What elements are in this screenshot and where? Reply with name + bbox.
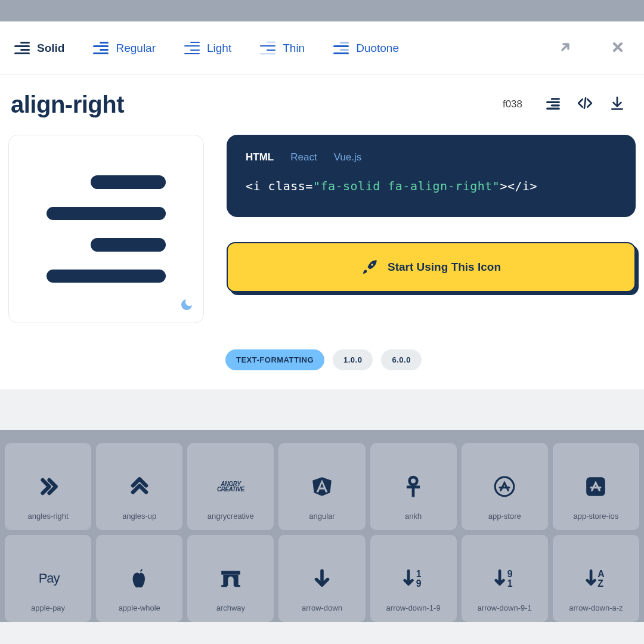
close-icon[interactable]: [606, 35, 630, 61]
archway-icon: [219, 567, 242, 590]
svg-text:9: 9: [507, 569, 513, 579]
tab-label: Thin: [283, 42, 305, 55]
icon-card-archway[interactable]: archway: [187, 535, 274, 622]
banner: [0, 389, 644, 430]
icon-card-arrow-down-9-1[interactable]: 91 arrow-down-9-1: [462, 535, 548, 622]
svg-point-5: [371, 264, 373, 266]
icon-card-arrow-down[interactable]: arrow-down: [278, 535, 365, 622]
align-right-icon: [184, 42, 200, 55]
svg-rect-12: [221, 585, 227, 587]
glyph-button[interactable]: [537, 89, 569, 119]
tag-category[interactable]: TEXT-FORMATTING: [225, 349, 324, 370]
tab-regular[interactable]: Regular: [93, 42, 156, 55]
icon-grid: angles-right angles-up ANGRYCREATIVE ang…: [5, 443, 639, 622]
page-title: align-right: [11, 91, 124, 118]
code-panel: HTML React Vue.js <i class="fa-solid fa-…: [227, 135, 636, 217]
apple-pay-icon: Pay: [37, 567, 60, 590]
arrow-down-1-9-icon: 19: [402, 567, 425, 590]
align-right-icon: [47, 175, 166, 283]
icon-card-app-store[interactable]: app-store: [462, 443, 548, 530]
angular-icon: [311, 475, 333, 498]
code-tab-vue[interactable]: Vue.js: [334, 151, 362, 163]
align-right-icon: [93, 42, 109, 55]
tab-label: Solid: [37, 42, 64, 55]
expand-icon[interactable]: [553, 35, 577, 61]
svg-text:1: 1: [416, 569, 422, 579]
tab-label: Light: [207, 42, 231, 55]
ankh-icon: [402, 475, 425, 498]
svg-rect-11: [221, 571, 240, 574]
align-right-icon: [333, 42, 349, 55]
code-snippet[interactable]: <i class="fa-solid fa-align-right"></i>: [246, 179, 617, 193]
download-button[interactable]: [601, 89, 633, 119]
align-right-icon: [14, 42, 30, 55]
start-using-button[interactable]: Start Using This Icon: [227, 242, 636, 292]
tags-row: TEXT-FORMATTING 1.0.0 6.0.0: [0, 342, 644, 389]
tab-label: Duotone: [356, 42, 399, 55]
svg-text:9: 9: [416, 578, 422, 589]
icon-card-angrycreative[interactable]: ANGRYCREATIVE angrycreative: [187, 443, 274, 530]
icon-card-angles-right[interactable]: angles-right: [5, 443, 91, 530]
code-button[interactable]: [569, 89, 601, 119]
svg-line-4: [584, 98, 586, 108]
icon-preview: [8, 135, 204, 323]
arrow-down-icon: [311, 567, 333, 590]
cta-label: Start Using This Icon: [388, 261, 501, 274]
svg-rect-0: [551, 98, 560, 100]
icon-card-arrow-down-a-z[interactable]: AZ arrow-down-a-z: [553, 535, 639, 622]
app-store-icon: [493, 475, 516, 498]
app-store-ios-icon: [584, 475, 607, 498]
tab-label: Regular: [116, 42, 156, 55]
tag-version[interactable]: 6.0.0: [381, 349, 421, 370]
align-right-icon: [260, 42, 275, 55]
arrow-down-9-1-icon: 91: [493, 567, 516, 590]
svg-rect-13: [234, 585, 240, 587]
code-tab-html[interactable]: HTML: [246, 151, 274, 163]
svg-rect-3: [546, 108, 560, 110]
svg-rect-8: [407, 485, 420, 488]
svg-text:1: 1: [507, 578, 513, 589]
icon-card-angular[interactable]: angular: [278, 443, 365, 530]
unicode-label[interactable]: f038: [503, 98, 522, 110]
svg-rect-1: [546, 101, 560, 103]
dark-mode-toggle[interactable]: [179, 298, 194, 314]
rocket-icon: [361, 259, 378, 275]
icon-card-arrow-down-1-9[interactable]: 19 arrow-down-1-9: [370, 535, 457, 622]
tag-version[interactable]: 1.0.0: [333, 349, 373, 370]
tab-thin[interactable]: Thin: [260, 42, 305, 55]
apple-whole-icon: [128, 567, 151, 590]
icon-card-ankh[interactable]: ankh: [370, 443, 457, 530]
icon-card-angles-up[interactable]: angles-up: [96, 443, 182, 530]
angrycreative-icon: ANGRYCREATIVE: [219, 475, 242, 498]
tab-solid[interactable]: Solid: [14, 42, 64, 55]
tab-light[interactable]: Light: [184, 42, 231, 55]
svg-text:A: A: [598, 569, 605, 579]
style-tabs: Solid Regular Light Thin Duotone: [0, 21, 644, 75]
angles-up-icon: [128, 475, 151, 498]
icon-card-apple-pay[interactable]: Pay apple-pay: [5, 535, 91, 622]
icon-card-app-store-ios[interactable]: app-store-ios: [553, 443, 639, 530]
angles-right-icon: [37, 475, 60, 498]
svg-rect-2: [551, 104, 560, 106]
code-tab-react[interactable]: React: [290, 151, 317, 163]
arrow-down-a-z-icon: AZ: [584, 567, 607, 590]
svg-text:Z: Z: [598, 578, 604, 589]
tab-duotone[interactable]: Duotone: [333, 42, 399, 55]
icon-card-apple-whole[interactable]: apple-whole: [96, 535, 182, 622]
svg-point-6: [410, 477, 417, 485]
